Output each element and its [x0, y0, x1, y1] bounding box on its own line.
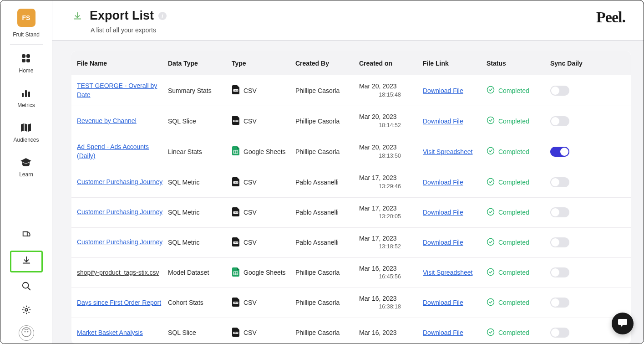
visit-spreadsheet-link[interactable]: Visit Spreadsheet — [423, 269, 472, 276]
search-button[interactable] — [17, 278, 35, 296]
content-area: File Name Data Type Type Created By Crea… — [52, 41, 644, 344]
download-file-link[interactable]: Download File — [423, 299, 463, 306]
sync-daily-toggle[interactable] — [550, 207, 569, 217]
csv-file-icon: CSV — [232, 177, 240, 188]
info-icon[interactable]: i — [158, 12, 167, 20]
created-by-cell: Pablo Assanelli — [295, 179, 359, 186]
data-type-cell: Model Dataset — [168, 269, 232, 276]
download-file-link[interactable]: Download File — [423, 239, 463, 246]
status-label: Completed — [498, 239, 529, 246]
file-name-link[interactable]: Days since First Order Report — [77, 299, 161, 306]
created-date: Mar 20, 2023 — [359, 113, 397, 120]
visit-spreadsheet-link[interactable]: Visit Spreadsheet — [423, 148, 472, 155]
settings-button[interactable] — [17, 302, 35, 320]
type-cell: Google Sheets — [232, 267, 295, 278]
table-row: Revenue by ChannelSQL SliceCSVCSVPhillip… — [71, 106, 631, 136]
nav-metrics[interactable]: Metrics — [17, 87, 35, 108]
status-cell: Completed — [487, 178, 550, 187]
check-circle-icon — [487, 116, 495, 126]
nav-learn-label: Learn — [19, 171, 33, 178]
created-date: Mar 16, 2023 — [359, 329, 397, 336]
svg-rect-3 — [26, 59, 30, 62]
sync-daily-toggle[interactable] — [550, 298, 569, 308]
sidebar-divider — [10, 44, 43, 45]
created-on-cell: Mar 16, 202316:38:18 — [359, 294, 423, 311]
org-badge[interactable]: FS — [17, 9, 35, 27]
created-on-cell: Mar 20, 202318:13:50 — [359, 143, 423, 160]
file-name-link[interactable]: shopify-product_tags-stix.csv — [77, 269, 159, 276]
sync-daily-toggle[interactable] — [550, 177, 569, 187]
table-row: Market Basket AnalysisSQL SliceCSVCSVPhi… — [71, 318, 631, 344]
status-cell: Completed — [487, 208, 550, 217]
svg-point-21 — [487, 148, 494, 154]
status-label: Completed — [498, 329, 529, 336]
file-name-link[interactable]: Ad Spend - Ads Accounts (Daily) — [77, 143, 149, 159]
download-file-link[interactable]: Download File — [423, 179, 463, 186]
exports-button[interactable] — [10, 251, 43, 272]
type-label: CSV — [243, 299, 257, 306]
svg-text:CSV: CSV — [234, 302, 238, 304]
created-on-cell: Mar 16, 202316:45:56 — [359, 264, 423, 281]
status-cell: Completed — [487, 147, 550, 156]
svg-rect-2 — [22, 59, 25, 62]
sync-daily-toggle[interactable] — [550, 86, 569, 96]
nav-audiences[interactable]: Audiences — [13, 122, 39, 143]
status-label: Completed — [498, 118, 529, 125]
data-type-cell: Summary Stats — [168, 87, 232, 94]
table-row: shopify-product_tags-stix.csvModel Datas… — [71, 257, 631, 288]
svg-text:CSV: CSV — [234, 332, 238, 334]
google-sheets-icon — [232, 146, 240, 157]
check-circle-icon — [487, 86, 495, 95]
created-by-cell: Phillipe Casorla — [295, 269, 359, 276]
file-name-link[interactable]: Revenue by Channel — [77, 117, 137, 124]
file-name-link[interactable]: Customer Purchasing Journey — [77, 238, 162, 246]
type-cell: CSVCSV — [232, 328, 295, 338]
main: Export List i A list of all your exports… — [52, 0, 644, 344]
nav-home[interactable]: Home — [19, 53, 33, 74]
status-label: Completed — [498, 87, 529, 94]
download-icon — [72, 11, 82, 23]
type-label: Google Sheets — [243, 269, 286, 276]
sync-daily-toggle[interactable] — [550, 328, 569, 338]
home-icon — [20, 53, 32, 64]
type-cell: CSVCSV — [232, 207, 295, 218]
download-file-link[interactable]: Download File — [423, 118, 463, 125]
svg-point-30 — [487, 238, 494, 245]
palette-button[interactable] — [17, 227, 35, 245]
svg-point-34 — [487, 268, 494, 275]
check-circle-icon — [487, 147, 495, 156]
created-date: Mar 17, 2023 — [359, 205, 397, 212]
created-by-cell: Pablo Assanelli — [295, 209, 359, 216]
chat-widget[interactable] — [612, 313, 634, 334]
download-file-link[interactable]: Download File — [423, 209, 463, 216]
status-label: Completed — [498, 148, 529, 155]
chat-icon — [617, 317, 628, 330]
file-name-link[interactable]: Customer Purchasing Journey — [77, 208, 162, 216]
download-file-link[interactable]: Download File — [423, 329, 463, 336]
status-cell: Completed — [487, 328, 550, 338]
check-circle-icon — [487, 298, 495, 308]
svg-text:CSV: CSV — [234, 120, 238, 122]
created-date: Mar 16, 2023 — [359, 295, 397, 302]
data-type-cell: SQL Slice — [168, 118, 232, 125]
type-cell: CSVCSV — [232, 298, 295, 308]
file-name-link[interactable]: Customer Purchasing Journey — [77, 178, 162, 185]
sync-daily-toggle[interactable] — [550, 237, 569, 247]
svg-text:CSV: CSV — [234, 181, 238, 184]
download-file-link[interactable]: Download File — [423, 87, 463, 94]
page-subtitle: A list of all your exports — [91, 26, 167, 34]
avatar[interactable] — [19, 325, 34, 341]
nav-learn[interactable]: Learn — [19, 157, 33, 178]
table-row: Customer Purchasing JourneySQL MetricCSV… — [71, 167, 631, 197]
sync-daily-toggle[interactable] — [550, 116, 569, 126]
sync-daily-toggle[interactable] — [550, 147, 569, 157]
file-name-link[interactable]: TEST GEORGE - Overall by Date — [77, 82, 157, 98]
svg-point-10 — [25, 331, 25, 332]
created-by-cell: Phillipe Casorla — [295, 329, 359, 336]
type-label: CSV — [243, 118, 257, 125]
gear-icon — [21, 305, 31, 317]
file-name-link[interactable]: Market Basket Analysis — [77, 329, 143, 336]
sync-daily-toggle[interactable] — [550, 267, 569, 277]
table-row: Days since First Order ReportCohort Stat… — [71, 288, 631, 318]
type-cell: CSVCSV — [232, 237, 295, 248]
